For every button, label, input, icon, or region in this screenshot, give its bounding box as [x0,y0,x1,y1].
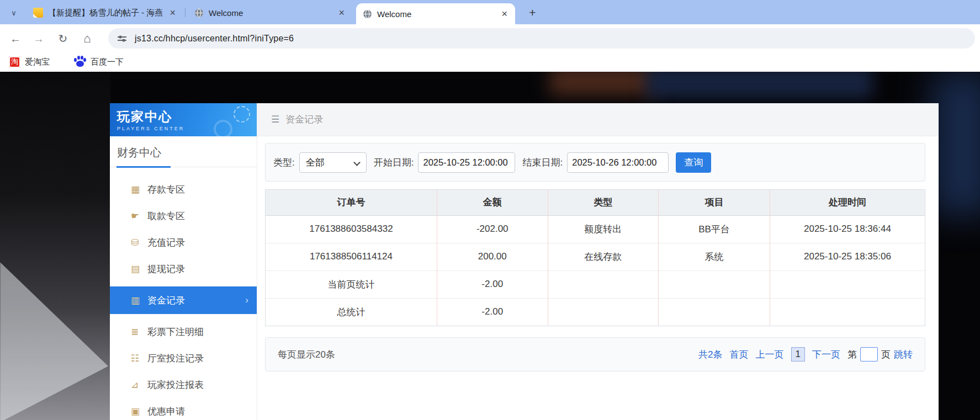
pagination-controls: 共2条 首页 上一页 1 下一页 第 页 跳转 [698,347,913,361]
cell-order-id: 1761388603584332 [266,215,437,243]
table-row: 1761388506114124 200.00 在线存款 系统 2025-10-… [266,243,925,270]
background-blur-patch [549,72,657,95]
bookmark-baidu[interactable]: 百度一下 [74,56,124,68]
tab-welcome-1[interactable]: Welcome × [188,4,352,21]
page-number-input[interactable] [860,347,878,361]
close-icon[interactable]: × [499,8,510,20]
taobao-icon: 淘 [9,56,20,68]
sidebar-subtitle: PLAYERS CENTER [117,126,257,131]
start-date-input[interactable] [418,152,515,173]
tab-title: 【新提醒】杨雪儿的帖子 - 海燕 [48,8,162,18]
chevron-right-icon: › [245,295,248,306]
sidebar-item-lottery-detail[interactable]: ≣ 彩票下注明细 [110,318,257,345]
cell-project: BB平台 [659,215,770,243]
hall-bet-record-icon: ☷ [131,353,147,364]
bookmarks-bar: 淘 爱淘宝 百度一下 [0,52,980,72]
sidebar-item-deposit[interactable]: ▦ 存款专区 [110,176,257,203]
chip-decoration-icon [234,106,250,123]
url-bar[interactable]: js13.cc/hhcp/usercenter.html?iniType=6 [108,28,975,49]
cell-amount: -2.00 [437,270,548,298]
baidu-paw-icon [74,56,86,68]
cell-amount: -202.00 [437,215,548,243]
jump-suffix: 页 [881,348,891,361]
start-date-label: 开始日期: [374,156,414,169]
sidebar-item-funds-record[interactable]: ▥ 资金记录 › [110,286,257,314]
new-tab-button[interactable]: + [525,5,540,20]
circle-decoration-icon [214,120,232,136]
current-page-badge[interactable]: 1 [791,347,805,361]
search-button[interactable]: 查询 [676,152,711,173]
close-icon[interactable]: × [336,7,347,19]
sidebar-item-withdraw[interactable]: ☛ 取款专区 [110,203,257,229]
player-report-icon: ⊿ [131,379,147,391]
tab-strip: ∨ 【新提醒】杨雪儿的帖子 - 海燕 × Welcome × Welcome ×… [0,0,980,24]
type-select-value: 全部 [306,156,325,169]
page-title: 资金记录 [285,113,323,126]
funds-table: 订单号 金额 类型 项目 处理时间 1761388603584332 -202.… [265,189,925,326]
promo-apply-icon: ▣ [131,406,147,417]
sidebar-item-recharge-record[interactable]: ⛁ 充值记录 [110,229,257,256]
sidebar-header: 玩家中心 PLAYERS CENTER [110,103,257,136]
first-page-link[interactable]: 首页 [730,348,749,361]
hamburger-icon[interactable]: ☰ [271,114,279,125]
sidebar-section-finance: 财务中心 [110,136,257,167]
bookmark-label: 百度一下 [91,57,124,67]
tab-title: Welcome [209,8,331,18]
sidebar-menu: ▦ 存款专区 ☛ 取款专区 ⛁ 充值记录 ▤ 提现记录 ▥ 资金记录 › ≣ 彩… [110,176,257,420]
sidebar-item-hall-bet-record[interactable]: ☷ 厅室投注记录 [110,345,257,371]
end-date-input[interactable] [567,152,669,173]
withdraw-icon: ☛ [131,210,147,222]
cell-label: 当前页统计 [266,270,437,298]
sidebar-item-promo-apply[interactable]: ▣ 优惠申请 [110,398,257,420]
close-icon[interactable]: × [167,7,178,19]
cell-amount: 200.00 [437,243,548,270]
col-order-id: 订单号 [266,190,437,215]
home-icon[interactable]: ⌂ [80,31,95,46]
table-row-grand-total: 总统计 -2.00 [266,298,925,326]
col-amount: 金额 [437,190,548,215]
cell-amount: -2.00 [437,298,548,326]
bookmark-taobao[interactable]: 淘 爱淘宝 [9,56,50,68]
jump-link[interactable]: 跳转 [894,348,913,361]
content-header: ☰ 资金记录 [257,103,939,136]
note-favicon [33,8,43,18]
withdraw-record-icon: ▤ [131,263,147,275]
type-select[interactable]: 全部 [299,152,367,173]
tab-title: Welcome [377,9,494,19]
cell-processed: 2025-10-25 18:35:06 [770,243,925,270]
end-date-label: 结束日期: [522,156,563,169]
next-page-link[interactable]: 下一页 [812,348,840,361]
url-text: js13.cc/hhcp/usercenter.html?iniType=6 [135,34,294,44]
cell-processed: 2025-10-25 18:36:44 [770,215,925,243]
cell-project: 系统 [659,243,770,270]
type-label: 类型: [273,156,295,169]
background-blur-patch [932,72,980,215]
deposit-icon: ▦ [131,184,147,195]
forward-icon[interactable]: → [31,31,46,46]
lottery-detail-icon: ≣ [131,326,147,338]
tab-forum-post[interactable]: 【新提醒】杨雪儿的帖子 - 海燕 × [27,4,183,21]
cell-order-id: 1761388506114124 [266,243,437,270]
funds-record-icon: ▥ [131,295,147,306]
prev-page-link[interactable]: 上一页 [756,348,784,361]
col-project: 项目 [659,190,770,215]
jump-prefix: 第 [847,348,857,361]
sidebar-item-player-report[interactable]: ⊿ 玩家投注报表 [110,371,257,398]
player-center-sidebar: 玩家中心 PLAYERS CENTER 财务中心 ▦ 存款专区 ☛ 取款专区 ⛁… [110,103,257,420]
tab-separator [185,8,186,17]
back-icon[interactable]: ← [8,31,23,46]
main-content: ☰ 资金记录 类型: 全部 开始日期: 结束日期: 查询 订单号 金额 类型 项… [257,103,939,420]
globe-favicon [363,9,372,19]
pagination-bar: 每页显示20条 共2条 首页 上一页 1 下一页 第 页 跳转 [265,337,925,371]
background-blur-patch [646,72,872,98]
tab-search-button[interactable]: ∨ [7,6,21,20]
tab-welcome-2-active[interactable]: Welcome × [356,3,515,24]
filter-panel: 类型: 全部 开始日期: 结束日期: 查询 [265,143,925,182]
page-jump-group: 第 页 跳转 [847,347,913,361]
cell-label: 总统计 [266,298,437,326]
globe-favicon [194,8,204,18]
page-size-text: 每页显示20条 [278,348,335,361]
sidebar-item-withdraw-record[interactable]: ▤ 提现记录 [110,256,257,282]
table-header-row: 订单号 金额 类型 项目 处理时间 [266,190,925,215]
reload-icon[interactable]: ↻ [55,31,71,46]
